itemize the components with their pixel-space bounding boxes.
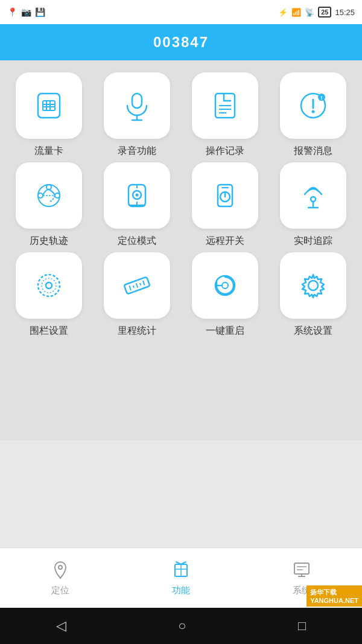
svg-line-42 <box>136 283 138 288</box>
track-icon-box[interactable] <box>16 162 82 229</box>
power-icon-box[interactable] <box>192 162 258 229</box>
home-button[interactable]: ○ <box>178 618 186 634</box>
nav-item-function[interactable]: 功能 <box>121 560 241 596</box>
save-status-icon: 💾 <box>35 7 45 17</box>
grid-item-realtime[interactable]: 实时追踪 <box>270 162 356 247</box>
fence-icon <box>32 269 66 302</box>
feature-grid: 流量卡 录音功能 操作记录 <box>0 60 362 343</box>
restart-icon <box>208 269 242 302</box>
grid-item-power[interactable]: 远程开关 <box>182 162 268 247</box>
grid-item-track[interactable]: 历史轨迹 <box>6 162 92 247</box>
nav-system-icon <box>291 560 313 581</box>
grid-item-restart[interactable]: 一键重启 <box>182 252 268 337</box>
svg-point-48 <box>59 566 62 569</box>
realtime-icon <box>296 179 330 212</box>
sim-icon-box[interactable] <box>16 72 82 139</box>
grid-item-sim[interactable]: 流量卡 <box>6 72 92 158</box>
ruler-label: 里程统计 <box>118 325 156 337</box>
content-spacer <box>0 343 362 440</box>
nav-locate-icon <box>49 560 71 581</box>
svg-point-46 <box>222 282 228 289</box>
ruler-icon-box[interactable] <box>104 252 170 319</box>
svg-point-21 <box>46 185 51 190</box>
app-header: 003847 <box>0 24 362 60</box>
watermark: 扬华下载 YANGHUA.NET <box>306 585 362 607</box>
grid-item-doc[interactable]: 操作记录 <box>182 72 268 158</box>
grid-item-ruler[interactable]: 里程统计 <box>94 252 180 337</box>
location-status-icon: 📍 <box>7 7 17 17</box>
power-icon <box>208 179 242 212</box>
grid-item-settings[interactable]: 系统设置 <box>270 252 356 337</box>
svg-point-15 <box>312 110 315 113</box>
battery-indicator: 25 <box>318 7 331 18</box>
ruler-icon <box>120 269 154 302</box>
settings-icon-box[interactable] <box>280 252 346 319</box>
svg-line-41 <box>133 285 134 288</box>
system-nav-bar: ◁ ○ □ <box>0 608 362 644</box>
device-id: 003847 <box>153 34 209 51</box>
mic-label: 录音功能 <box>118 145 156 158</box>
svg-point-37 <box>46 282 52 289</box>
svg-point-25 <box>136 194 139 197</box>
location-icon-box[interactable] <box>104 162 170 229</box>
mic-icon <box>120 89 154 123</box>
svg-point-19 <box>38 193 43 198</box>
svg-rect-52 <box>294 563 309 574</box>
fence-label: 围栏设置 <box>30 325 68 337</box>
svg-point-47 <box>308 281 318 290</box>
bluetooth-icon: ⚡ <box>278 8 288 17</box>
location-label: 定位模式 <box>118 235 156 247</box>
power-label: 远程开关 <box>206 235 244 247</box>
mic-icon-box[interactable] <box>104 72 170 139</box>
svg-line-43 <box>140 283 141 285</box>
settings-icon <box>296 269 330 302</box>
grid-item-mic[interactable]: 录音功能 <box>94 72 180 158</box>
track-label: 历史轨迹 <box>30 235 68 247</box>
nav-item-locate[interactable]: 定位 <box>0 560 121 596</box>
grid-item-location[interactable]: 定位模式 <box>94 162 180 247</box>
nav-function-icon <box>170 560 192 581</box>
svg-rect-32 <box>221 187 229 188</box>
status-bar: 📍 📷 💾 ⚡ 📶 📡 25 15:25 <box>0 0 362 24</box>
svg-text:!: ! <box>321 95 323 101</box>
fence-icon-box[interactable] <box>16 252 82 319</box>
doc-icon <box>208 89 242 123</box>
doc-icon-box[interactable] <box>192 72 258 139</box>
realtime-icon-box[interactable] <box>280 162 346 229</box>
svg-rect-0 <box>38 94 60 118</box>
sim-label: 流量卡 <box>34 145 63 158</box>
time-display: 15:25 <box>335 8 355 17</box>
location-icon <box>120 179 154 212</box>
status-right-icons: ⚡ 📶 📡 25 15:25 <box>278 7 355 18</box>
svg-point-20 <box>55 193 60 198</box>
settings-label: 系统设置 <box>294 325 332 337</box>
nav-locate-label: 定位 <box>51 585 69 596</box>
status-left-icons: 📍 📷 💾 <box>7 7 45 17</box>
recent-button[interactable]: □ <box>298 618 306 634</box>
doc-label: 操作记录 <box>206 145 244 158</box>
signal-icon: 📶 <box>291 8 301 17</box>
svg-line-44 <box>143 281 145 285</box>
alert-icon-box[interactable]: ! <box>280 72 346 139</box>
svg-rect-6 <box>132 94 142 108</box>
nav-function-label: 功能 <box>172 585 190 596</box>
svg-line-40 <box>129 285 131 290</box>
restart-icon-box[interactable] <box>192 252 258 319</box>
wifi-icon: 📡 <box>305 8 314 17</box>
track-icon <box>32 179 66 212</box>
grid-item-alert[interactable]: ! 报警消息 <box>270 72 356 158</box>
restart-label: 一键重启 <box>206 325 244 337</box>
sim-icon <box>32 89 66 123</box>
realtime-label: 实时追踪 <box>294 235 332 247</box>
svg-rect-1 <box>43 101 55 110</box>
alert-label: 报警消息 <box>294 145 332 158</box>
camera-status-icon: 📷 <box>21 7 31 17</box>
back-button[interactable]: ◁ <box>56 618 66 634</box>
alert-icon: ! <box>296 89 330 123</box>
svg-point-38 <box>42 278 56 293</box>
grid-item-fence[interactable]: 围栏设置 <box>6 252 92 337</box>
